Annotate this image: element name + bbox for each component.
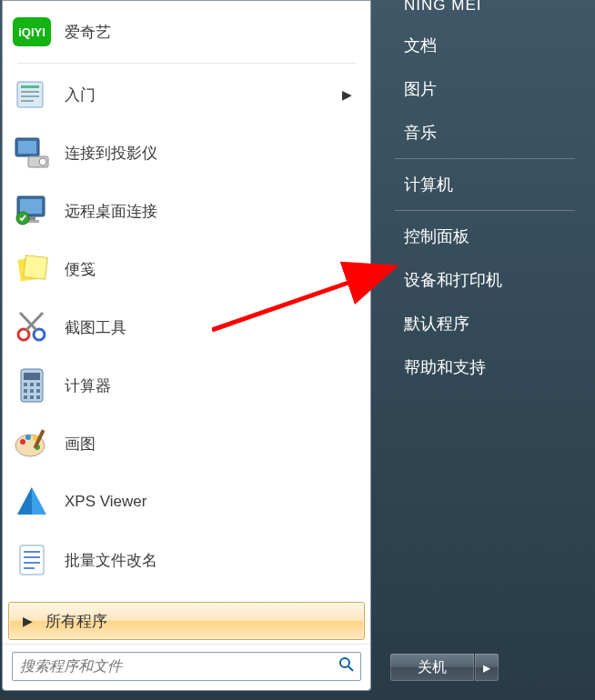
program-label: XPS Viewer: [65, 493, 146, 511]
svg-rect-29: [36, 389, 40, 393]
svg-rect-5: [21, 95, 39, 97]
program-item-getting-started[interactable]: 入门 ▶: [8, 65, 365, 124]
sidebar-item-pictures[interactable]: 图片: [371, 67, 595, 111]
program-item-sticky-notes[interactable]: 便笺: [8, 240, 365, 298]
sidebar-item-default-programs[interactable]: 默认程序: [371, 302, 595, 345]
sidebar-item-devices-printers[interactable]: 设备和打印机: [371, 258, 595, 302]
sidebar-item-label: 图片: [404, 80, 437, 98]
svg-line-45: [348, 666, 353, 671]
submenu-arrow-icon: ▶: [342, 87, 352, 102]
right-panel-separator: [395, 158, 575, 159]
program-item-remote-desktop[interactable]: 远程桌面连接: [8, 182, 365, 240]
program-item-iqiyi[interactable]: iQIYI 爱奇艺: [8, 3, 365, 61]
program-label: 远程桌面连接: [65, 201, 157, 222]
calculator-icon: [12, 365, 52, 405]
sidebar-item-label: 帮助和支持: [404, 358, 486, 376]
search-input[interactable]: [13, 658, 333, 675]
chevron-right-icon: ▸: [483, 659, 490, 676]
all-programs-arrow-icon: ▶: [9, 614, 45, 628]
sticky-notes-icon: [12, 249, 52, 289]
svg-rect-6: [21, 100, 34, 102]
user-name-label: NING MEI: [404, 0, 481, 15]
svg-rect-30: [24, 395, 27, 399]
svg-point-10: [39, 158, 46, 165]
program-item-paint[interactable]: 画图: [8, 415, 365, 473]
sidebar-item-label: 控制面板: [404, 227, 469, 245]
iqiyi-icon: iQIYI: [12, 12, 52, 52]
sidebar-item-label: 设备和打印机: [404, 271, 502, 289]
program-label: 爱奇艺: [65, 22, 111, 43]
start-menu: iQIYI 爱奇艺 入门 ▶ 连接到投影仪: [0, 0, 595, 700]
svg-point-44: [340, 658, 349, 667]
svg-rect-24: [24, 383, 27, 386]
pinned-program-list: iQIYI 爱奇艺 入门 ▶ 连接到投影仪: [3, 1, 370, 600]
shutdown-area: 关机 ▸: [389, 653, 499, 682]
program-item-batch-rename[interactable]: 批量文件改名: [8, 531, 365, 589]
program-label: 画图: [65, 434, 96, 455]
search-area: [3, 644, 370, 690]
search-box[interactable]: [12, 652, 361, 681]
sidebar-item-label: 文档: [404, 36, 437, 55]
shutdown-label: 关机: [418, 658, 447, 677]
scissors-icon: [12, 307, 52, 347]
projector-icon: [12, 133, 52, 173]
svg-rect-3: [21, 85, 39, 88]
svg-rect-25: [30, 383, 34, 386]
document-lines-icon: [12, 540, 52, 580]
svg-rect-8: [18, 141, 36, 154]
program-label: 连接到投影仪: [65, 143, 157, 164]
xps-viewer-icon: [12, 482, 52, 522]
sidebar-item-label: 计算机: [404, 175, 453, 194]
program-item-connect-projector[interactable]: 连接到投影仪: [8, 124, 365, 182]
sidebar-item-help-support[interactable]: 帮助和支持: [371, 345, 595, 389]
all-programs-button[interactable]: ▶ 所有程序: [8, 602, 365, 640]
right-list: 文档 图片 音乐 计算机 控制面板 设备和打印机 默认程序 帮助和支持: [371, 24, 595, 389]
program-item-calculator[interactable]: 计算器: [8, 356, 365, 415]
search-icon: [333, 656, 360, 676]
svg-rect-27: [24, 389, 27, 393]
sidebar-item-computer[interactable]: 计算机: [371, 163, 595, 206]
svg-rect-28: [30, 389, 34, 393]
svg-point-34: [20, 439, 25, 445]
right-panel-separator: [395, 210, 575, 211]
sidebar-item-label: 默认程序: [404, 315, 469, 333]
shutdown-button[interactable]: 关机: [389, 653, 475, 682]
program-label: 便笺: [65, 259, 96, 280]
sidebar-item-documents[interactable]: 文档: [371, 24, 595, 67]
all-programs-label: 所有程序: [45, 611, 107, 632]
start-menu-right-panel: NING MEI 文档 图片 音乐 计算机 控制面板 设备和打印机 默认程序 帮…: [371, 0, 595, 700]
program-label: 批量文件改名: [65, 550, 157, 571]
program-label: 计算器: [65, 375, 111, 396]
paint-icon: [12, 424, 52, 464]
shutdown-options-button[interactable]: ▸: [475, 653, 499, 682]
program-item-xps-viewer[interactable]: XPS Viewer: [8, 473, 365, 531]
sidebar-item-music[interactable]: 音乐: [371, 111, 595, 155]
remote-desktop-icon: [12, 191, 52, 231]
program-item-snipping-tool[interactable]: 截图工具: [8, 298, 365, 356]
svg-rect-32: [36, 395, 40, 399]
program-label: 截图工具: [65, 317, 126, 338]
getting-started-icon: [12, 75, 52, 115]
sidebar-item-label: 音乐: [404, 124, 437, 142]
svg-rect-4: [21, 91, 39, 93]
start-menu-left-panel: iQIYI 爱奇艺 入门 ▶ 连接到投影仪: [2, 0, 371, 691]
svg-rect-17: [24, 255, 47, 279]
svg-rect-23: [24, 373, 40, 380]
svg-point-35: [25, 435, 31, 440]
svg-rect-31: [30, 395, 34, 399]
program-label: 入门: [65, 85, 96, 105]
list-divider: [17, 63, 356, 64]
svg-text:iQIYI: iQIYI: [18, 25, 45, 39]
sidebar-item-control-panel[interactable]: 控制面板: [371, 215, 595, 258]
svg-rect-39: [20, 545, 44, 575]
svg-rect-26: [36, 383, 40, 386]
